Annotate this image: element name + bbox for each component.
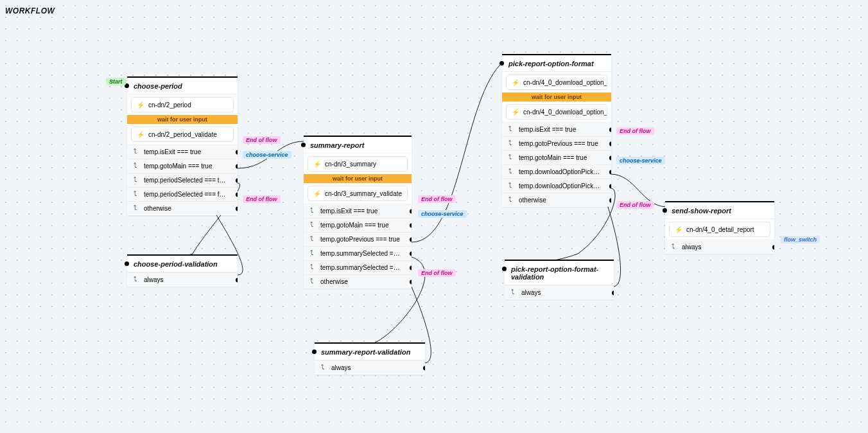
node-title: pick-report-option-format bbox=[508, 60, 594, 67]
out-port[interactable] bbox=[236, 164, 238, 168]
branch-icon bbox=[134, 277, 140, 283]
end-tag: End of flow bbox=[418, 195, 456, 203]
out-port[interactable] bbox=[410, 279, 412, 284]
bolt-icon: ⚡ bbox=[512, 108, 519, 116]
node-title: summary-report-validation bbox=[321, 348, 410, 356]
in-port[interactable] bbox=[663, 208, 667, 213]
action-pill[interactable]: ⚡cn-dn/3_summary_validate bbox=[308, 186, 408, 201]
node-title: choose-period-validation bbox=[134, 260, 218, 268]
branch-icon bbox=[508, 155, 515, 161]
wait-bar: wait for user input bbox=[304, 174, 412, 183]
action-pill[interactable]: ⚡cn-dn/3_summary bbox=[308, 156, 408, 172]
node-send-show-report[interactable]: send-show-report ⚡cn-dn/4_0_detail_repor… bbox=[665, 201, 774, 254]
start-tag: Start bbox=[106, 78, 126, 85]
condition-row[interactable]: temp.periodSelected === true bbox=[127, 173, 238, 187]
condition-row[interactable]: temp.summarySelected === true bbox=[304, 246, 412, 260]
out-port[interactable] bbox=[609, 141, 611, 146]
out-port[interactable] bbox=[236, 206, 238, 211]
condition-row[interactable]: temp.periodSelected === false bbox=[127, 187, 238, 201]
branch-icon bbox=[508, 127, 515, 133]
node-summary-report-validation[interactable]: summary-report-validation always bbox=[315, 342, 425, 375]
action-pill[interactable]: ⚡cn-dn/2_period_validate bbox=[131, 127, 234, 142]
branch-icon bbox=[134, 149, 140, 155]
condition-row[interactable]: temp.gotoMain === true bbox=[127, 159, 238, 173]
out-port[interactable] bbox=[609, 127, 611, 132]
condition-row[interactable]: temp.downloadOptionPicked === f... bbox=[502, 179, 611, 193]
condition-row[interactable]: temp.gotoMain === true bbox=[502, 150, 611, 164]
bolt-icon: ⚡ bbox=[313, 160, 321, 168]
condition-row[interactable]: temp.gotoPrevious === true bbox=[502, 136, 611, 150]
out-port[interactable] bbox=[609, 155, 611, 160]
condition-row[interactable]: temp.downloadOptionPicked === tr... bbox=[502, 164, 611, 179]
page-title: WORKFLOW bbox=[5, 6, 55, 15]
condition-row[interactable]: otherwise bbox=[502, 193, 611, 207]
branch-icon bbox=[511, 290, 517, 296]
condition-row[interactable]: otherwise bbox=[304, 274, 412, 288]
branch-icon bbox=[672, 244, 678, 251]
condition-row[interactable]: always bbox=[127, 272, 238, 287]
branch-icon bbox=[134, 191, 140, 198]
choose-service-tag: choose-service bbox=[616, 157, 665, 164]
branch-icon bbox=[310, 208, 317, 215]
condition-row[interactable]: temp.isExit === true bbox=[502, 122, 611, 136]
flow-switch-tag: flow_switch bbox=[781, 236, 820, 243]
wait-bar: wait for user input bbox=[127, 115, 238, 124]
out-port[interactable] bbox=[609, 198, 611, 202]
node-title: pick-report-option-format-validation bbox=[511, 265, 598, 281]
condition-row[interactable]: always bbox=[505, 285, 614, 299]
end-tag: End of flow bbox=[616, 201, 654, 209]
condition-row[interactable]: temp.gotoPrevious === true bbox=[304, 232, 412, 246]
out-port[interactable] bbox=[612, 290, 614, 295]
out-port[interactable] bbox=[423, 366, 425, 370]
end-tag: End of flow bbox=[243, 195, 281, 203]
end-tag: End of flow bbox=[616, 127, 654, 135]
branch-icon bbox=[310, 222, 317, 229]
branch-icon bbox=[310, 279, 317, 285]
in-port[interactable] bbox=[312, 349, 317, 354]
end-tag: End of flow bbox=[418, 269, 456, 277]
in-port[interactable] bbox=[125, 261, 129, 266]
out-port[interactable] bbox=[410, 237, 412, 242]
branch-icon bbox=[310, 265, 317, 271]
node-pick-report-option-format[interactable]: pick-report-option-format ⚡cn-dn/4_0_dow… bbox=[502, 54, 611, 207]
condition-row[interactable]: always bbox=[315, 360, 425, 375]
out-port[interactable] bbox=[236, 192, 238, 197]
node-pick-report-option-format-validation[interactable]: pick-report-option-format-validation alw… bbox=[505, 260, 614, 299]
in-port[interactable] bbox=[499, 61, 504, 66]
action-pill[interactable]: ⚡cn-dn/4_0_download_option_format bbox=[506, 75, 607, 90]
end-tag: End of flow bbox=[243, 136, 281, 144]
choose-service-tag: choose-service bbox=[418, 210, 467, 218]
out-port[interactable] bbox=[410, 209, 412, 213]
out-port[interactable] bbox=[236, 278, 238, 282]
condition-row[interactable]: temp.gotoMain === true bbox=[304, 218, 412, 232]
out-port[interactable] bbox=[410, 265, 412, 270]
node-summary-report[interactable]: summary-report ⚡cn-dn/3_summary wait for… bbox=[304, 136, 412, 288]
condition-row[interactable]: always bbox=[665, 240, 774, 254]
condition-row[interactable]: temp.summarySelected === false bbox=[304, 260, 412, 274]
node-choose-period[interactable]: choose-period ⚡cn-dn/2_period wait for u… bbox=[127, 76, 238, 215]
condition-row[interactable]: otherwise bbox=[127, 201, 238, 215]
out-port[interactable] bbox=[609, 184, 611, 188]
in-port[interactable] bbox=[502, 267, 507, 271]
out-port[interactable] bbox=[410, 251, 412, 256]
branch-icon bbox=[134, 206, 140, 212]
branch-icon bbox=[508, 183, 515, 190]
action-pill[interactable]: ⚡cn-dn/2_period bbox=[131, 97, 234, 112]
branch-icon bbox=[134, 177, 140, 184]
out-port[interactable] bbox=[609, 170, 611, 174]
node-choose-period-validation[interactable]: choose-period-validation always bbox=[127, 254, 238, 287]
condition-row[interactable]: temp.isExit === true bbox=[304, 204, 412, 218]
branch-icon bbox=[321, 365, 327, 371]
out-port[interactable] bbox=[772, 245, 774, 249]
branch-icon bbox=[134, 163, 140, 170]
branch-icon bbox=[310, 236, 317, 243]
in-port[interactable] bbox=[301, 143, 306, 147]
action-pill[interactable]: ⚡cn-dn/4_0_download_option_format_v... bbox=[506, 104, 607, 119]
bolt-icon: ⚡ bbox=[675, 225, 682, 233]
out-port[interactable] bbox=[236, 150, 238, 154]
out-port[interactable] bbox=[236, 178, 238, 182]
out-port[interactable] bbox=[410, 223, 412, 227]
action-pill[interactable]: ⚡cn-dn/4_0_detail_report bbox=[669, 222, 770, 237]
bolt-icon: ⚡ bbox=[137, 101, 144, 109]
condition-row[interactable]: temp.isExit === true bbox=[127, 145, 238, 159]
